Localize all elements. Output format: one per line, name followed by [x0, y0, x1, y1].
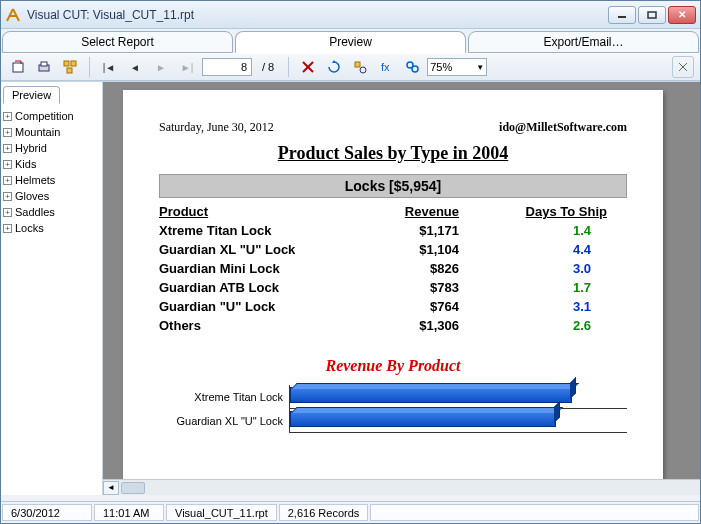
status-spacer — [370, 504, 699, 521]
data-row: Guardian XL "U" Lock$1,1044.4 — [159, 242, 627, 257]
tree-item-label: Hybrid — [15, 142, 47, 154]
expander-icon[interactable]: + — [3, 160, 12, 169]
cell-days: 3.0 — [459, 261, 627, 276]
chart-bar — [290, 411, 556, 427]
preview-subtab-label: Preview — [12, 89, 51, 101]
nav-prev-icon[interactable]: ◄ — [124, 56, 146, 78]
search-options-icon[interactable] — [349, 56, 371, 78]
cell-revenue: $783 — [359, 280, 459, 295]
chart-bar — [290, 387, 572, 403]
col-product: Product — [159, 204, 359, 219]
chart-bar-label: Xtreme Titan Lock — [159, 391, 289, 403]
tree-item-label: Gloves — [15, 190, 49, 202]
statusbar: 6/30/2012 11:01 AM Visual_CUT_11.rpt 2,6… — [1, 501, 700, 523]
maximize-button[interactable] — [638, 6, 666, 24]
tree-item-label: Helmets — [15, 174, 55, 186]
tree-item[interactable]: +Locks — [3, 220, 100, 236]
window-title: Visual CUT: Visual_CUT_11.rpt — [27, 8, 608, 22]
horizontal-scrollbar[interactable]: ◄ — [103, 479, 700, 495]
report-page: Saturday, June 30, 2012 ido@MilletSoftwa… — [123, 90, 663, 495]
preview-subtab[interactable]: Preview — [3, 86, 60, 104]
column-headers: Product Revenue Days To Ship — [159, 204, 627, 219]
svg-rect-8 — [64, 61, 69, 66]
find-icon[interactable] — [401, 56, 423, 78]
nav-first-icon[interactable]: |◄ — [98, 56, 120, 78]
nav-next-icon[interactable]: ► — [150, 56, 172, 78]
tab-label: Select Report — [81, 35, 154, 49]
svg-rect-7 — [41, 62, 47, 66]
cell-days: 4.4 — [459, 242, 627, 257]
cell-product: Guardian "U" Lock — [159, 299, 359, 314]
cell-revenue: $1,171 — [359, 223, 459, 238]
print-icon[interactable] — [33, 56, 55, 78]
page-number-input[interactable]: 8 — [202, 58, 252, 76]
scroll-thumb[interactable] — [121, 482, 145, 494]
export-icon[interactable] — [7, 56, 29, 78]
expander-icon[interactable]: + — [3, 144, 12, 153]
chart-title: Revenue By Product — [159, 357, 627, 375]
zoom-select[interactable]: 75% ▼ — [427, 58, 487, 76]
titlebar: Visual CUT: Visual_CUT_11.rpt ✕ — [1, 1, 700, 29]
expander-icon[interactable]: + — [3, 192, 12, 201]
status-file: Visual_CUT_11.rpt — [166, 504, 277, 521]
tree-item-label: Saddles — [15, 206, 55, 218]
formula-icon[interactable]: fx — [375, 56, 397, 78]
scroll-left-icon[interactable]: ◄ — [103, 481, 119, 495]
svg-rect-5 — [13, 63, 23, 72]
expander-icon[interactable]: + — [3, 176, 12, 185]
tree-item[interactable]: +Saddles — [3, 204, 100, 220]
tree-item-label: Mountain — [15, 126, 60, 138]
data-row: Others$1,3062.6 — [159, 318, 627, 333]
chart-bar-label: Guardian XL "U" Lock — [159, 415, 289, 427]
cell-product: Guardian XL "U" Lock — [159, 242, 359, 257]
app-icon — [5, 7, 21, 23]
tab-select-report[interactable]: Select Report — [2, 31, 233, 53]
minimize-button[interactable] — [608, 6, 636, 24]
chevron-down-icon: ▼ — [476, 63, 484, 72]
data-row: Xtreme Titan Lock$1,1711.4 — [159, 223, 627, 238]
tree-item[interactable]: +Gloves — [3, 188, 100, 204]
revenue-chart: Xtreme Titan Lock Guardian XL "U" Lock — [159, 385, 627, 445]
col-days: Days To Ship — [459, 204, 627, 219]
tree-item[interactable]: +Helmets — [3, 172, 100, 188]
tree-item[interactable]: +Mountain — [3, 124, 100, 140]
tree-item[interactable]: +Hybrid — [3, 140, 100, 156]
stop-icon[interactable] — [297, 56, 319, 78]
cell-revenue: $764 — [359, 299, 459, 314]
tree-item-label: Competition — [15, 110, 74, 122]
expander-icon[interactable]: + — [3, 208, 12, 217]
svg-rect-10 — [67, 68, 72, 73]
cell-product: Xtreme Titan Lock — [159, 223, 359, 238]
toolbar: |◄ ◄ ► ►| 8 / 8 fx 75% ▼ — [1, 53, 700, 81]
data-row: Guardian ATB Lock$7831.7 — [159, 280, 627, 295]
status-time: 11:01 AM — [94, 504, 164, 521]
svg-point-14 — [360, 67, 366, 73]
close-pane-icon[interactable] — [672, 56, 694, 78]
expander-icon[interactable]: + — [3, 224, 12, 233]
tab-export-email[interactable]: Export/Email… — [468, 31, 699, 53]
zoom-value: 75% — [430, 61, 452, 73]
svg-rect-4 — [648, 12, 656, 18]
svg-rect-13 — [355, 62, 360, 67]
cell-revenue: $1,306 — [359, 318, 459, 333]
cell-days: 3.1 — [459, 299, 627, 314]
tree-item-label: Kids — [15, 158, 36, 170]
toggle-tree-icon[interactable] — [59, 56, 81, 78]
nav-last-icon[interactable]: ►| — [176, 56, 198, 78]
tab-preview[interactable]: Preview — [235, 31, 466, 53]
cell-days: 1.7 — [459, 280, 627, 295]
svg-rect-9 — [71, 61, 76, 66]
expander-icon[interactable]: + — [3, 128, 12, 137]
refresh-icon[interactable] — [323, 56, 345, 78]
data-row: Guardian Mini Lock$8263.0 — [159, 261, 627, 276]
tree-item[interactable]: +Kids — [3, 156, 100, 172]
col-revenue: Revenue — [359, 204, 459, 219]
main-tabs: Select Report Preview Export/Email… — [1, 29, 700, 53]
tree-item[interactable]: +Competition — [3, 108, 100, 124]
expander-icon[interactable]: + — [3, 112, 12, 121]
close-button[interactable]: ✕ — [668, 6, 696, 24]
report-viewport: Saturday, June 30, 2012 ido@MilletSoftwa… — [103, 82, 700, 495]
cell-revenue: $826 — [359, 261, 459, 276]
workspace: Preview +Competition+Mountain+Hybrid+Kid… — [1, 81, 700, 495]
status-date: 6/30/2012 — [2, 504, 92, 521]
